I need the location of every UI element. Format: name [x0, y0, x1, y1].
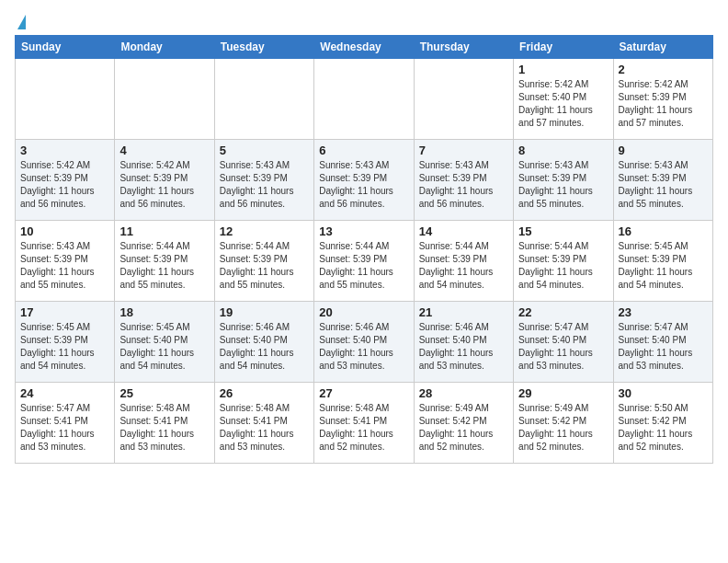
calendar-cell	[414, 59, 513, 140]
day-number: 18	[119, 305, 209, 319]
calendar-cell: 27Sunrise: 5:48 AMSunset: 5:41 PMDayligh…	[314, 383, 414, 464]
calendar-cell: 1Sunrise: 5:42 AMSunset: 5:40 PMDaylight…	[514, 59, 613, 140]
day-number: 13	[319, 224, 408, 238]
day-number: 4	[119, 144, 209, 157]
calendar-cell: 17Sunrise: 5:45 AMSunset: 5:39 PMDayligh…	[16, 302, 115, 383]
day-number: 2	[619, 63, 708, 76]
calendar-cell: 4Sunrise: 5:42 AMSunset: 5:39 PMDaylight…	[115, 140, 214, 221]
calendar-cell: 26Sunrise: 5:48 AMSunset: 5:41 PMDayligh…	[214, 383, 313, 464]
day-number: 11	[119, 224, 209, 238]
calendar-cell	[16, 59, 115, 140]
day-number: 24	[20, 386, 109, 400]
day-number: 7	[419, 144, 508, 157]
weekday-header-monday: Monday	[115, 36, 214, 59]
calendar-cell: 7Sunrise: 5:43 AMSunset: 5:39 PMDaylight…	[414, 140, 513, 221]
calendar-cell: 15Sunrise: 5:44 AMSunset: 5:39 PMDayligh…	[514, 221, 613, 302]
day-info: Sunrise: 5:49 AMSunset: 5:42 PMDaylight:…	[419, 402, 508, 454]
day-number: 5	[220, 144, 309, 157]
day-info: Sunrise: 5:48 AMSunset: 5:41 PMDaylight:…	[319, 402, 408, 454]
day-number: 12	[220, 224, 309, 238]
day-info: Sunrise: 5:48 AMSunset: 5:41 PMDaylight:…	[220, 402, 309, 454]
weekday-header-friday: Friday	[514, 36, 613, 59]
calendar-cell: 16Sunrise: 5:45 AMSunset: 5:39 PMDayligh…	[613, 221, 712, 302]
calendar-week-row: 17Sunrise: 5:45 AMSunset: 5:39 PMDayligh…	[16, 302, 713, 383]
day-number: 17	[20, 305, 109, 319]
calendar-cell	[115, 59, 214, 140]
day-number: 8	[518, 144, 608, 157]
day-number: 28	[419, 386, 508, 400]
day-number: 26	[220, 386, 309, 400]
day-info: Sunrise: 5:43 AMSunset: 5:39 PMDaylight:…	[220, 159, 309, 211]
day-number: 10	[20, 224, 109, 238]
day-info: Sunrise: 5:46 AMSunset: 5:40 PMDaylight:…	[319, 321, 408, 373]
calendar-cell: 21Sunrise: 5:46 AMSunset: 5:40 PMDayligh…	[414, 302, 513, 383]
day-number: 25	[119, 386, 209, 400]
day-info: Sunrise: 5:47 AMSunset: 5:40 PMDaylight:…	[619, 321, 708, 373]
day-number: 23	[619, 305, 708, 319]
logo-triangle-icon	[17, 15, 26, 29]
day-number: 9	[619, 144, 708, 157]
calendar-cell: 25Sunrise: 5:48 AMSunset: 5:41 PMDayligh…	[115, 383, 214, 464]
calendar-cell: 24Sunrise: 5:47 AMSunset: 5:41 PMDayligh…	[16, 383, 115, 464]
day-number: 30	[619, 386, 708, 400]
calendar-cell	[214, 59, 313, 140]
calendar-cell: 14Sunrise: 5:44 AMSunset: 5:39 PMDayligh…	[414, 221, 513, 302]
day-info: Sunrise: 5:44 AMSunset: 5:39 PMDaylight:…	[419, 240, 508, 292]
day-number: 1	[518, 63, 608, 76]
day-number: 20	[319, 305, 408, 319]
day-info: Sunrise: 5:44 AMSunset: 5:39 PMDaylight:…	[319, 240, 408, 292]
day-number: 15	[518, 224, 608, 238]
day-info: Sunrise: 5:42 AMSunset: 5:39 PMDaylight:…	[20, 159, 109, 211]
day-number: 14	[419, 224, 508, 238]
weekday-header-saturday: Saturday	[613, 36, 712, 59]
calendar-cell: 3Sunrise: 5:42 AMSunset: 5:39 PMDaylight…	[16, 140, 115, 221]
calendar-cell: 20Sunrise: 5:46 AMSunset: 5:40 PMDayligh…	[314, 302, 414, 383]
calendar-header-row: SundayMondayTuesdayWednesdayThursdayFrid…	[16, 36, 713, 59]
calendar-cell: 23Sunrise: 5:47 AMSunset: 5:40 PMDayligh…	[613, 302, 712, 383]
calendar-week-row: 3Sunrise: 5:42 AMSunset: 5:39 PMDaylight…	[16, 140, 713, 221]
day-info: Sunrise: 5:43 AMSunset: 5:39 PMDaylight:…	[518, 159, 608, 211]
calendar-cell	[314, 59, 414, 140]
calendar-week-row: 1Sunrise: 5:42 AMSunset: 5:40 PMDaylight…	[16, 59, 713, 140]
day-info: Sunrise: 5:45 AMSunset: 5:39 PMDaylight:…	[619, 240, 708, 292]
day-info: Sunrise: 5:47 AMSunset: 5:40 PMDaylight:…	[518, 321, 608, 373]
day-number: 27	[319, 386, 408, 400]
calendar-week-row: 24Sunrise: 5:47 AMSunset: 5:41 PMDayligh…	[16, 383, 713, 464]
calendar-cell: 12Sunrise: 5:44 AMSunset: 5:39 PMDayligh…	[214, 221, 313, 302]
page-header	[15, 15, 713, 28]
weekday-header-wednesday: Wednesday	[314, 36, 414, 59]
logo	[15, 15, 26, 28]
day-number: 22	[518, 305, 608, 319]
calendar-cell: 2Sunrise: 5:42 AMSunset: 5:39 PMDaylight…	[613, 59, 712, 140]
day-info: Sunrise: 5:49 AMSunset: 5:42 PMDaylight:…	[518, 402, 608, 454]
day-info: Sunrise: 5:43 AMSunset: 5:39 PMDaylight:…	[419, 159, 508, 211]
day-number: 16	[619, 224, 708, 238]
calendar-cell: 13Sunrise: 5:44 AMSunset: 5:39 PMDayligh…	[314, 221, 414, 302]
day-info: Sunrise: 5:47 AMSunset: 5:41 PMDaylight:…	[20, 402, 109, 454]
calendar-cell: 29Sunrise: 5:49 AMSunset: 5:42 PMDayligh…	[514, 383, 613, 464]
day-info: Sunrise: 5:48 AMSunset: 5:41 PMDaylight:…	[119, 402, 209, 454]
day-number: 21	[419, 305, 508, 319]
day-info: Sunrise: 5:45 AMSunset: 5:39 PMDaylight:…	[20, 321, 109, 373]
day-number: 3	[20, 144, 109, 157]
calendar-cell: 18Sunrise: 5:45 AMSunset: 5:40 PMDayligh…	[115, 302, 214, 383]
day-info: Sunrise: 5:42 AMSunset: 5:39 PMDaylight:…	[119, 159, 209, 211]
calendar-cell: 30Sunrise: 5:50 AMSunset: 5:42 PMDayligh…	[613, 383, 712, 464]
calendar-cell: 6Sunrise: 5:43 AMSunset: 5:39 PMDaylight…	[314, 140, 414, 221]
day-info: Sunrise: 5:45 AMSunset: 5:40 PMDaylight:…	[119, 321, 209, 373]
day-number: 6	[319, 144, 408, 157]
day-info: Sunrise: 5:44 AMSunset: 5:39 PMDaylight:…	[518, 240, 608, 292]
calendar-cell: 10Sunrise: 5:43 AMSunset: 5:39 PMDayligh…	[16, 221, 115, 302]
calendar-cell: 9Sunrise: 5:43 AMSunset: 5:39 PMDaylight…	[613, 140, 712, 221]
calendar-cell: 11Sunrise: 5:44 AMSunset: 5:39 PMDayligh…	[115, 221, 214, 302]
calendar-table: SundayMondayTuesdayWednesdayThursdayFrid…	[15, 35, 713, 464]
calendar-week-row: 10Sunrise: 5:43 AMSunset: 5:39 PMDayligh…	[16, 221, 713, 302]
day-info: Sunrise: 5:50 AMSunset: 5:42 PMDaylight:…	[619, 402, 708, 454]
day-number: 19	[220, 305, 309, 319]
day-info: Sunrise: 5:43 AMSunset: 5:39 PMDaylight:…	[319, 159, 408, 211]
day-info: Sunrise: 5:46 AMSunset: 5:40 PMDaylight:…	[419, 321, 508, 373]
calendar-cell: 19Sunrise: 5:46 AMSunset: 5:40 PMDayligh…	[214, 302, 313, 383]
day-number: 29	[518, 386, 608, 400]
calendar-cell: 5Sunrise: 5:43 AMSunset: 5:39 PMDaylight…	[214, 140, 313, 221]
weekday-header-sunday: Sunday	[16, 36, 115, 59]
